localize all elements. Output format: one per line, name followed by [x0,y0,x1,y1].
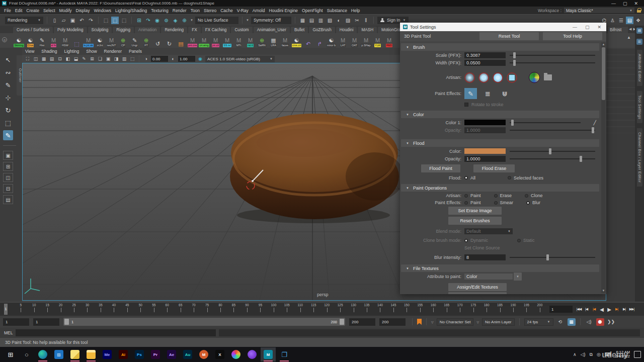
exposure-icon[interactable]: ◑ [142,56,149,62]
launch-render-icon[interactable]: ▨ [344,17,352,24]
substance-app[interactable]: ❐ [277,347,292,361]
menu-item[interactable]: Texturing [151,8,169,13]
menu-item[interactable]: Lighting/Shading [115,8,147,13]
tool-settings-scrollbar[interactable]: ▲ ▼ [601,42,606,293]
two-d-pan-zoom-icon[interactable]: ◧ [64,56,71,62]
shelf-button[interactable]: M crt.aing [198,34,210,47]
close-button[interactable]: ✕ [634,1,638,6]
menu-item[interactable]: Edit [15,8,23,13]
menu-item[interactable]: Arnold [253,8,265,13]
play-forward-button[interactable]: ▶ [606,306,612,313]
character-controls-icon[interactable]: ♙ [609,17,616,24]
menu-item[interactable]: Display [76,8,90,13]
symmetry-field[interactable]: Symmetry: Off [251,17,291,24]
menu-item[interactable]: Help [351,8,360,13]
attribute-to-paint-selector[interactable]: Color [464,274,513,280]
width-field[interactable]: 0.0500 [464,60,506,66]
sticky-notes-app[interactable] [67,347,83,361]
resolve-app[interactable] [228,347,244,361]
tray-network-icon[interactable]: ⧉ [590,352,593,357]
shelf-button[interactable]: ☯ crvs.crt [291,34,302,47]
clone-static-radio[interactable]: Static [517,238,535,243]
select-object-icon[interactable]: ⬚ [111,17,119,24]
flood-selected-faces-radio[interactable]: Selected faces [508,175,543,180]
file-explorer-app[interactable] [84,347,99,361]
ts-minimize-button[interactable]: — [573,25,577,30]
color-opacity-slider[interactable] [510,127,595,133]
snap-projected-center-icon[interactable]: ⊚ [163,17,170,24]
redo-icon[interactable]: ↷ [87,17,95,24]
maximize-button[interactable]: ▢ [623,1,627,6]
sidebar-vertical-tab[interactable]: Tool Settings [637,91,642,123]
reset-brushes-button[interactable]: Reset Brushes [448,217,502,225]
after-effects-app[interactable]: Ae [164,347,179,361]
tool-settings-icon[interactable]: ▤ [626,17,633,24]
move-tool-icon[interactable]: ⊹ [3,93,13,103]
shelf-button[interactable]: M rst tl [245,34,256,47]
artisan-brush-square-icon[interactable] [507,72,517,83]
maya-app[interactable]: M [261,347,276,361]
shelf-tab[interactable]: MASH [358,27,377,33]
animation-end-field[interactable]: 200 [379,318,406,326]
shelf-tab[interactable]: GoZBrush [309,27,335,33]
shelf-button[interactable]: ☯ Crvs [25,34,36,47]
ts-maximize-button[interactable]: ▢ [585,25,590,30]
character-set-selector[interactable]: No Character Set [437,318,474,326]
range-end-handle[interactable] [340,319,344,325]
x-app[interactable]: X [212,347,227,361]
shelf-tab[interactable]: Custom [231,27,252,33]
sidebar-icon[interactable]: ☰ [636,39,642,45]
shelf-button[interactable]: ▦ LRA [268,34,279,47]
attribute-dropdown-arrow[interactable]: ▼ [514,273,522,281]
field-chart-icon[interactable]: ▥ [121,56,128,62]
menu-item[interactable]: Render [173,8,187,13]
select-camera-icon[interactable]: ⛶ [24,56,31,62]
flood-section-header[interactable]: ▼Flood [401,139,599,147]
photos-app[interactable]: ▨ [51,347,66,361]
shelf-tab[interactable]: Rendering [161,27,187,33]
snap-view-plane-icon[interactable]: ◈ [172,17,179,24]
audition-app[interactable]: Au [180,347,195,361]
lasso-select-tool-icon[interactable]: ∾ [3,67,13,77]
rotate-to-stroke-checkbox[interactable] [464,103,468,107]
color-opacity-field[interactable]: 1.0000 [464,127,506,133]
illustrator-app[interactable]: Ai [116,347,131,361]
shelf-button[interactable]: ☯ miror b [326,34,337,47]
menu-item[interactable]: V-Ray [237,8,249,13]
shelf-button[interactable]: ✎ Hist [36,34,48,47]
make-live-icon[interactable]: ⊕ [181,17,188,24]
pause-icon[interactable]: ‖ [362,17,370,24]
shelf-gear-icon[interactable]: ⚙ [2,37,7,42]
current-frame-field[interactable]: 1 [549,306,573,313]
shelf-tab[interactable]: FX [188,27,200,33]
shelf-tab-bifrost[interactable]: Bifrost [608,27,628,33]
command-input[interactable] [16,329,216,336]
pfx-smear-radio[interactable]: Smear [494,200,514,205]
shelf-tab[interactable]: Houdini [336,27,357,33]
step-back-key-button[interactable]: |◀ [591,306,597,313]
shelf-button[interactable]: M resJNT [106,34,117,47]
snap-point-icon[interactable]: ◉ [153,17,161,24]
blur-intensity-field[interactable]: 8 [464,254,506,260]
color-management-icon[interactable]: ◉ [197,56,204,62]
shelf-button[interactable]: M ls.jnt.sk [83,34,94,47]
shelf-button[interactable]: ↶ [302,34,314,47]
current-tool-3d-paint-icon[interactable]: ✎ [3,130,13,140]
browse-brush-icon[interactable] [544,74,552,80]
render-settings-icon[interactable]: ▥ [317,17,325,24]
step-back-frame-button[interactable]: |◀ [583,306,590,313]
shelf-button[interactable]: M HSW [59,34,71,47]
animation-start-field[interactable]: 1 [3,318,29,326]
flood-erase-button[interactable]: Flood Erase [473,164,515,172]
layout-two-pane-side-icon[interactable]: ◫ [3,173,13,182]
animation-prefs-icon[interactable]: ❯❯ [607,318,615,326]
reset-tool-button[interactable]: Reset Tool [479,32,539,40]
pfx-brush-cup-icon[interactable]: ⋓ [499,88,511,99]
artisan-clone-radio[interactable]: Clone [525,193,543,198]
scroll-up-arrow[interactable]: ▲ [601,42,606,47]
channel-box-icon[interactable]: ❖ [634,17,642,24]
blur-intensity-slider[interactable] [510,254,595,260]
playback-end-field[interactable]: 200 [349,318,375,326]
set-erase-image-button[interactable]: Set Erase Image [448,207,502,215]
artisan-brush-soft-icon[interactable] [464,72,475,83]
